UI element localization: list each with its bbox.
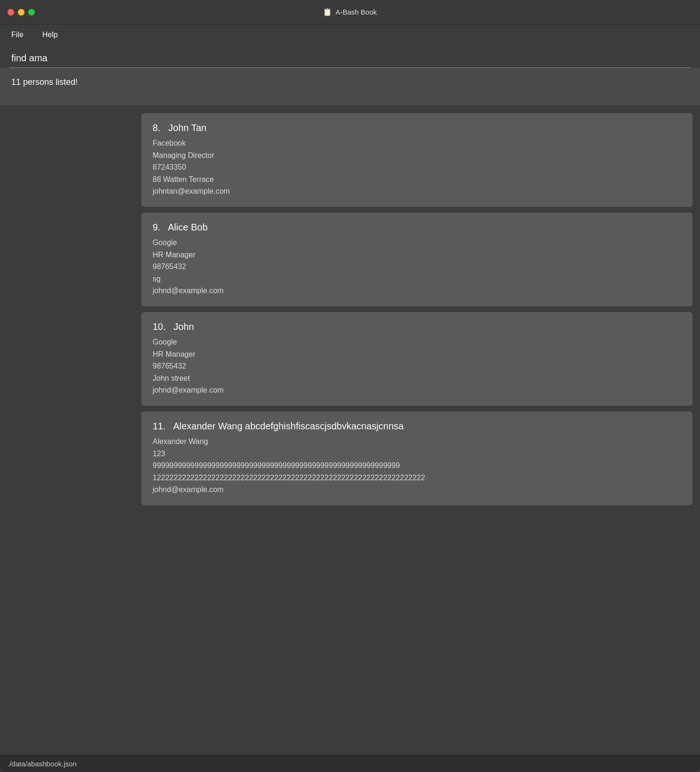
table-row: 8. John Tan Facebook Managing Director 8…: [141, 113, 692, 207]
person-email: johnd@example.com: [153, 384, 681, 396]
person-name: 11. Alexander Wang abcdefghishfiscascjsd…: [153, 421, 681, 432]
person-name: 10. John: [153, 321, 681, 332]
person-address: 1222222222222222222222222222222222222222…: [153, 472, 681, 484]
menu-help[interactable]: Help: [39, 29, 62, 41]
table-row: 10. John Google HR Manager 98765432 John…: [141, 312, 692, 406]
app-window: 📋 A-Bash Book File Help 11 persons liste…: [0, 0, 700, 772]
person-company: Alexander Wang: [153, 435, 681, 448]
minimize-button[interactable]: [18, 9, 24, 16]
search-bar: [0, 45, 700, 68]
titlebar-buttons: [8, 9, 35, 16]
window-title-text: A-Bash Book: [335, 8, 377, 16]
close-button[interactable]: [8, 9, 14, 16]
person-company: Google: [153, 237, 681, 249]
main-content: 8. John Tan Facebook Managing Director 8…: [0, 106, 700, 755]
person-address: 88 Watten Terrace: [153, 173, 681, 186]
titlebar: 📋 A-Bash Book: [0, 0, 700, 25]
person-phone: 98765432: [153, 261, 681, 273]
person-address: John street: [153, 372, 681, 385]
person-email: johnd@example.com: [153, 285, 681, 297]
table-row: 9. Alice Bob Google HR Manager 98765432 …: [141, 213, 692, 306]
person-phone: 98765432: [153, 360, 681, 372]
person-role: 123: [153, 448, 681, 460]
menu-file[interactable]: File: [8, 29, 27, 41]
person-company: Google: [153, 336, 681, 348]
person-role: Managing Director: [153, 149, 681, 162]
person-company: Facebook: [153, 137, 681, 149]
person-phone: 9999999999999999999999999999999999999999…: [153, 460, 681, 472]
person-role: HR Manager: [153, 249, 681, 261]
window-title: 📋 A-Bash Book: [323, 8, 377, 16]
table-row: 11. Alexander Wang abcdefghishfiscascjsd…: [141, 411, 692, 505]
person-name: 9. Alice Bob: [153, 222, 681, 233]
search-input[interactable]: [9, 49, 691, 68]
person-role: HR Manager: [153, 348, 681, 361]
result-bar: 11 persons listed!: [0, 68, 700, 106]
statusbar-text: ./data/abashbook.json: [8, 760, 77, 768]
person-email: johntan@example.com: [153, 185, 681, 197]
left-panel: [0, 106, 141, 755]
menubar: File Help: [0, 25, 700, 45]
statusbar: ./data/abashbook.json: [0, 755, 700, 772]
person-address: sg: [153, 273, 681, 285]
result-count: 11 persons listed!: [11, 77, 689, 87]
person-name: 8. John Tan: [153, 123, 681, 133]
person-phone: 87243350: [153, 161, 681, 173]
maximize-button[interactable]: [28, 9, 35, 16]
person-list[interactable]: 8. John Tan Facebook Managing Director 8…: [141, 106, 700, 755]
app-icon: 📋: [323, 8, 332, 16]
person-email: johnd@example.com: [153, 484, 681, 496]
